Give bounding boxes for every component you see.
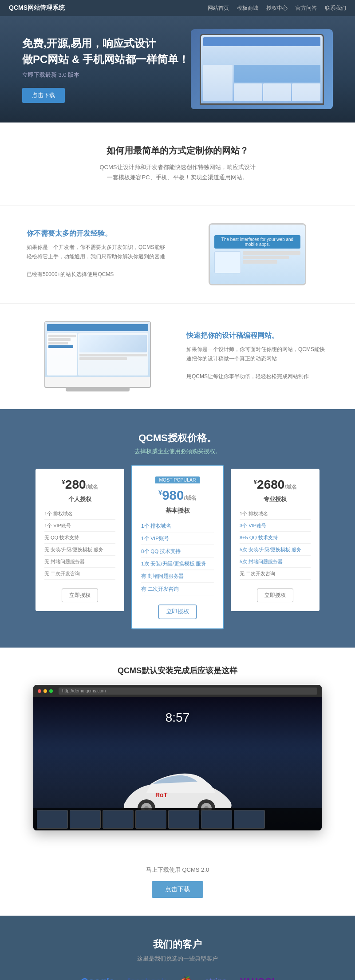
demo-section: QCMS默认安装完成后应该是这样 http://demo.qcms.com 8:… [0,648,355,848]
desktop-mockup [44,321,151,391]
feature-item: 5次 安装/升级/更换模板 服务 [240,544,311,556]
laptop-screen [201,35,323,103]
feature-item: 1次 安装/升级/更换模板 服务 [141,557,214,570]
hero-download-button[interactable]: 点击下载 [22,88,65,103]
feature-item: 1个 排权域名 [141,520,214,532]
how-title: 如何用最简单的方式定制你的网站？ [36,145,320,157]
nav-templates[interactable]: 模板商城 [237,4,258,12]
hero-image [191,29,333,109]
feature-item: 3个 VIP账号 [240,520,311,532]
pricing-cards: ¥280/域名 个人授权 1个 排权域名 1个 VIP账号 无 QQ 技术支持 … [18,469,337,625]
price-btn-2[interactable]: 立即授权 [158,605,197,619]
feature-item: 1个 排权域名 [240,508,311,520]
clients-section: 我们的客户 这里是我们挑选的一些典型客户 Google facebook 🍎 s… [0,916,355,980]
browser-close-dot [38,689,41,693]
download-button[interactable]: 点击下载 [152,881,203,898]
demo-time: 8:57 [166,711,190,725]
price-amount-2: ¥980/域名 [141,488,214,503]
feature-1: 你不需要太多的开发经验。 如果你是一个开发者，你不需要太多开发知识，QCMS能够… [0,205,355,303]
feature-2-desc2: 用QCMS让每让你事半功倍，轻轻松松完成网站制作 [186,372,328,382]
feature-1-title: 你不需要太多的开发经验。 [27,229,169,238]
browser-content: 8:57 [33,697,322,830]
feature-item: 1个 排权域名 [44,508,115,520]
feature-2: 快速把你的设计稿编程网站。 如果你是一个设计师，你可面对任你想的网站，QCMS能… [0,304,355,409]
desktop-stand [66,388,130,391]
feature-item: 5次 封堵问题服务器 [240,556,311,568]
price-btn-1[interactable]: 立即授权 [62,589,98,602]
price-features-1: 1个 排权域名 1个 VIP账号 无 QQ 技术支持 无 安装/升级/更换模板 … [44,508,115,580]
clients-title: 我们的客户 [18,938,337,951]
price-amount-1: ¥280/域名 [44,478,115,492]
feature-item: 有 二次开发咨询 [141,583,214,595]
navbar: QCMS网站管理系统 网站首页 模板商城 授权中心 官方问答 联系我们 [0,0,355,16]
hero-section: 免费,开源,易用，响应式设计 做PC网站 & 手机网站都一样简单！ 立即下载最新… [0,16,355,122]
feature-1-desc2: 已经有50000+的站长选择使用QCMS [27,270,169,280]
price-features-3: 1个 排权域名 3个 VIP账号 8+5 QQ 技术支持 5次 安装/升级/更换… [240,508,311,580]
thumbnail-strip [33,808,322,830]
nav-home[interactable]: 网站首页 [208,4,229,12]
feature-1-image: The best interfaces for your web and mob… [186,223,328,285]
pricing-section: QCMS授权价格。 去掉权威企业使用必须购买授权。 ¥280/域名 个人授权 1… [0,409,355,648]
client-logos: Google facebook 🍎 stripe YAHOO! [18,976,337,980]
feature-item: 8个 QQ 技术支持 [141,545,214,557]
price-btn-3[interactable]: 立即授权 [257,589,293,602]
how-section: 如何用最简单的方式定制你的网站？ QCMS让设计师和开发者都能快速创作特独网站，… [0,122,355,205]
price-label-1: 个人授权 [44,495,115,503]
desktop-screen-container [44,321,151,388]
price-label-2: 基本授权 [141,506,214,515]
laptop-mockup [200,34,324,105]
feature-2-text: 快速把你的设计稿编程网站。 如果你是一个设计师，你可面对任你想的网站，QCMS能… [186,331,328,382]
feature-1-text: 你不需要太多的开发经验。 如果你是一个开发者，你不需要太多开发知识，QCMS能够… [27,229,169,280]
logo-yahoo: YAHOO! [240,976,275,980]
how-desc2: 一套模板兼容PC、手机、平板！实现全渠道通用网站。 [36,172,320,182]
how-desc1: QCMS让设计师和开发者都能快速创作特独网站，响应式设计 [36,162,320,172]
price-badge-2: MOST POPULAR [155,476,200,483]
logo-apple: 🍎 [180,976,192,980]
demo-title: QCMS默认安装完成后应该是这样 [18,665,337,676]
download-text: 马上下载使用 QCMS 2.0 [18,866,337,874]
hero-title: 免费,开源,易用，响应式设计 做PC网站 & 手机网站都一样简单！ [22,36,189,67]
pricing-title: QCMS授权价格。 [18,431,337,445]
feature-1-desc1: 如果你是一个开发者，你不需要太多开发知识，QCMS能够轻松将它上手，功能通用，我… [27,243,169,262]
nav-contact[interactable]: 联系我们 [325,4,346,12]
site-logo: QCMS网站管理系统 [9,4,65,12]
svg-text:RoT: RoT [155,791,168,798]
price-card-personal: ¥280/域名 个人授权 1个 排权域名 1个 VIP账号 无 QQ 技术支持 … [36,469,124,611]
feature-item: 无 二次开发咨询 [44,568,115,580]
device-mockup-1: The best interfaces for your web and mob… [209,223,306,285]
browser-bar: http://demo.qcms.com [33,685,322,697]
feature-item: 无 封堵问题服务器 [44,556,115,568]
feature-item: 无 QQ 技术支持 [44,532,115,544]
clients-subtitle: 这里是我们挑选的一些典型客户 [18,955,337,963]
feature-item: 8+5 QQ 技术支持 [240,532,311,544]
nav-license[interactable]: 授权中心 [266,4,288,12]
price-features-2: 1个 排权域名 1个 VIP账号 8个 QQ 技术支持 1次 安装/升级/更换模… [141,520,214,595]
browser-min-dot [43,689,47,693]
price-card-basic: MOST POPULAR ¥980/域名 基本授权 1个 排权域名 1个 VIP… [131,465,224,629]
hero-subtitle: 立即下载最新 3.0 版本 [22,71,189,79]
hero-text: 免费,开源,易用，响应式设计 做PC网站 & 手机网站都一样简单！ 立即下载最新… [22,36,189,103]
price-label-3: 专业授权 [240,495,311,503]
pricing-subtitle: 去掉权威企业使用必须购买授权。 [18,447,337,455]
feature-item: 无 安装/升级/更换模板 服务 [44,544,115,556]
browser-mockup: http://demo.qcms.com 8:57 [33,685,322,830]
feature-2-title: 快速把你的设计稿编程网站。 [186,331,328,340]
feature-2-image [27,321,169,391]
nav-faq[interactable]: 官方问答 [296,4,317,12]
feature-2-desc1: 如果你是一个设计师，你可面对任你想的网站，QCMS能快速把你的设计稿做一个真正的… [186,345,328,364]
price-card-pro: ¥2680/域名 专业授权 1个 排权域名 3个 VIP账号 8+5 QQ 技术… [231,469,320,611]
device-inner-1: The best interfaces for your web and mob… [210,225,305,284]
feature-item: 有 封堵问题服务器 [141,570,214,582]
logo-stripe: stripe [205,977,227,980]
price-amount-3: ¥2680/域名 [240,478,311,492]
logo-facebook: facebook [127,976,166,980]
feature-item: 1个 VIP账号 [44,520,115,532]
nav-links: 网站首页 模板商城 授权中心 官方问答 联系我们 [208,4,346,12]
logo-google: Google [80,976,114,980]
feature-item: 无 二次开发咨询 [240,568,311,580]
download-section: 马上下载使用 QCMS 2.0 点击下载 [0,848,355,916]
desktop-screen [45,322,150,377]
browser-max-dot [49,689,53,693]
feature-item: 1个 VIP账号 [141,532,214,545]
